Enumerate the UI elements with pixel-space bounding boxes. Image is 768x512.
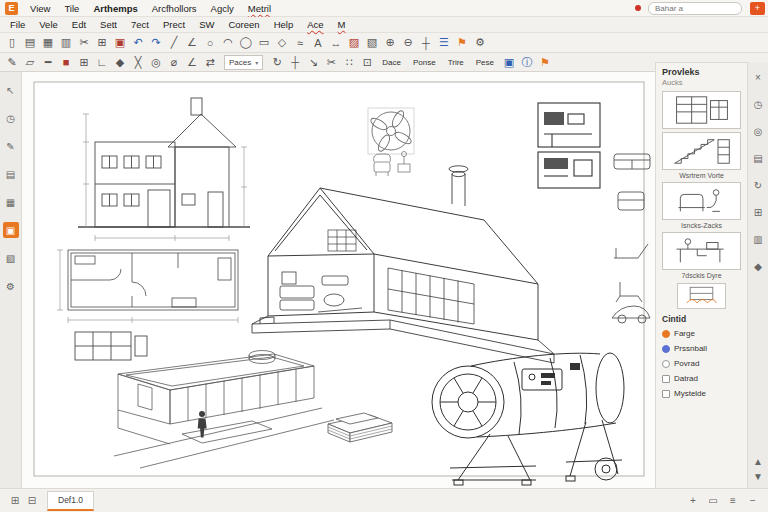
menu-sw[interactable]: SW xyxy=(192,19,221,30)
menu-vele[interactable]: Vele xyxy=(32,19,65,30)
spline-tool-icon[interactable]: ≈ xyxy=(292,35,308,51)
paces-dropdown[interactable]: Paces ▾ xyxy=(224,55,263,70)
settings-icon[interactable]: ⚙ xyxy=(472,35,488,51)
layers-icon[interactable]: ☰ xyxy=(436,35,452,51)
polygon-tool-icon[interactable]: ◇ xyxy=(274,35,290,51)
pointer-icon[interactable]: ↖ xyxy=(3,82,19,98)
pan-icon[interactable]: ┼ xyxy=(418,35,434,51)
search-input[interactable] xyxy=(648,2,742,15)
dimension-tool-icon[interactable]: ↔ xyxy=(328,35,344,51)
option-mystelde[interactable]: Mystelde xyxy=(662,389,741,398)
flag-icon[interactable]: ⚑ xyxy=(454,35,470,51)
save-icon[interactable]: ▦ xyxy=(40,35,56,51)
drawing-canvas[interactable] xyxy=(22,72,655,488)
menu-view[interactable]: View xyxy=(23,3,57,14)
angle-icon[interactable]: ∠ xyxy=(184,54,200,70)
zoom-out-icon[interactable]: − xyxy=(746,494,760,508)
group-icon[interactable]: ⊡ xyxy=(359,54,375,70)
button-trire[interactable]: Trire xyxy=(443,55,469,69)
array-icon[interactable]: ∷ xyxy=(341,54,357,70)
menu-metril[interactable]: Metril xyxy=(241,3,278,14)
refresh-icon[interactable]: ↻ xyxy=(751,178,766,193)
zoom-in-icon[interactable]: ⊕ xyxy=(382,35,398,51)
scale-icon[interactable]: ↘ xyxy=(305,54,321,70)
chart-icon[interactable]: ▥ xyxy=(751,232,766,247)
corner-action-button[interactable]: + xyxy=(750,2,765,15)
thumb-stairs[interactable] xyxy=(662,132,741,170)
menu-prect[interactable]: Prect xyxy=(156,19,192,30)
info-icon[interactable]: ⓘ xyxy=(519,54,535,70)
book-icon[interactable]: ▦ xyxy=(3,194,19,210)
option-datrad[interactable]: Datrad xyxy=(662,374,741,383)
thumb-armchair[interactable] xyxy=(662,182,741,220)
fit-view-icon[interactable]: ▭ xyxy=(706,494,720,508)
menu-file[interactable]: File xyxy=(3,19,32,30)
print-icon[interactable]: ▥ xyxy=(58,35,74,51)
snap-grid-icon[interactable]: ⊞ xyxy=(76,54,92,70)
open-folder-icon[interactable]: ▤ xyxy=(22,35,38,51)
button-pese[interactable]: Pese xyxy=(471,55,499,69)
color-swatch-icon[interactable]: ■ xyxy=(58,54,74,70)
node-snap-icon[interactable]: ◆ xyxy=(112,54,128,70)
text-tool-icon[interactable]: A xyxy=(310,35,326,51)
settings-icon[interactable]: ⚙ xyxy=(3,278,19,294)
mirror-icon[interactable]: ⇄ xyxy=(202,54,218,70)
pencil-icon[interactable]: ✎ xyxy=(4,54,20,70)
highlight-icon[interactable]: ⚑ xyxy=(537,54,553,70)
redo-icon[interactable]: ↷ xyxy=(148,35,164,51)
close-icon[interactable]: × xyxy=(751,70,766,85)
menu-ace[interactable]: Ace xyxy=(300,19,330,30)
menu-tile[interactable]: Tile xyxy=(57,3,86,14)
move-icon[interactable]: ┼ xyxy=(287,54,303,70)
document-icon[interactable]: ▤ xyxy=(751,151,766,166)
image-icon[interactable]: ▧ xyxy=(3,250,19,266)
option-prssnball[interactable]: Prssnball xyxy=(662,344,741,353)
scroll-down-icon[interactable]: ▼ xyxy=(751,469,766,484)
scroll-up-icon[interactable]: ▲ xyxy=(751,454,766,469)
thumb-desk[interactable] xyxy=(662,232,741,270)
ellipse-tool-icon[interactable]: ◯ xyxy=(238,35,254,51)
circle-tool-icon[interactable]: ○ xyxy=(202,35,218,51)
intersection-icon[interactable]: ╳ xyxy=(130,54,146,70)
app-logo-icon[interactable]: E xyxy=(5,2,18,15)
thumb-cabinet[interactable] xyxy=(662,91,741,129)
polyline-tool-icon[interactable]: ∠ xyxy=(184,35,200,51)
list-icon[interactable]: ≡ xyxy=(726,494,740,508)
history-icon[interactable]: ◷ xyxy=(3,110,19,126)
menu-m[interactable]: M xyxy=(331,19,353,30)
block-icon[interactable]: ▣ xyxy=(501,54,517,70)
menu-agcly[interactable]: Agcly xyxy=(204,3,241,14)
pages-icon[interactable]: ⊞ xyxy=(8,494,22,508)
thumb-mini[interactable] xyxy=(677,283,726,309)
eraser-icon[interactable]: ▱ xyxy=(22,54,38,70)
button-ponse[interactable]: Ponse xyxy=(408,55,441,69)
copy-icon[interactable]: ⊞ xyxy=(94,35,110,51)
option-povrad[interactable]: Povrad xyxy=(662,359,741,368)
rectangle-tool-icon[interactable]: ▭ xyxy=(256,35,272,51)
image-tool-icon[interactable]: ▧ xyxy=(364,35,380,51)
menu-arcfhollors[interactable]: Arcfhollors xyxy=(145,3,204,14)
document-icon[interactable]: ▤ xyxy=(3,166,19,182)
pencil-icon[interactable]: ✎ xyxy=(3,138,19,154)
ortho-icon[interactable]: ∟ xyxy=(94,54,110,70)
arc-tool-icon[interactable]: ◠ xyxy=(220,35,236,51)
menu-7ect[interactable]: 7ect xyxy=(124,19,156,30)
zoom-in-icon[interactable]: + xyxy=(686,494,700,508)
target-icon[interactable]: ◎ xyxy=(751,124,766,139)
zoom-out-icon[interactable]: ⊖ xyxy=(400,35,416,51)
line-width-icon[interactable]: ━ xyxy=(40,54,56,70)
blocks-icon[interactable]: ▣ xyxy=(3,222,19,238)
clock-icon[interactable]: ◷ xyxy=(751,97,766,112)
menu-help[interactable]: Help xyxy=(267,19,301,30)
rotate-icon[interactable]: ↻ xyxy=(269,54,285,70)
option-farge[interactable]: Farge xyxy=(662,329,741,338)
diameter-icon[interactable]: ⌀ xyxy=(166,54,182,70)
menu-sett[interactable]: Sett xyxy=(93,19,124,30)
hatch-tool-icon[interactable]: ▨ xyxy=(346,35,362,51)
grid-icon[interactable]: ⊞ xyxy=(751,205,766,220)
trim-icon[interactable]: ✂ xyxy=(323,54,339,70)
cut-icon[interactable]: ✂ xyxy=(76,35,92,51)
menu-edt[interactable]: Edt xyxy=(65,19,93,30)
tangent-icon[interactable]: ◎ xyxy=(148,54,164,70)
menu-coreen[interactable]: Coreen xyxy=(221,19,266,30)
